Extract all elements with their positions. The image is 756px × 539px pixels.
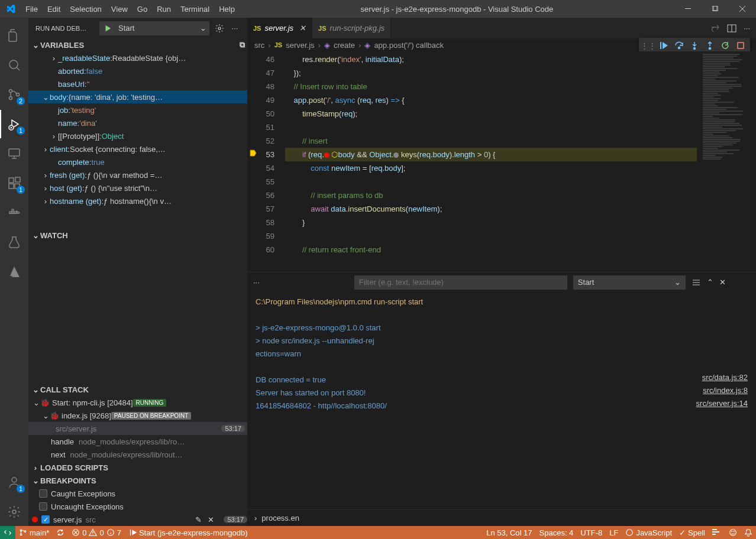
step-over-icon[interactable] [672, 38, 686, 53]
task-select[interactable]: Start ⌄ [573, 275, 686, 290]
encoding-status[interactable]: UTF-8 [577, 526, 606, 539]
debug-status[interactable]: Start (js-e2e-express-mongodb) [125, 526, 251, 539]
menu-view[interactable]: View [106, 0, 133, 18]
clear-icon[interactable] [692, 278, 701, 287]
scm-icon[interactable]: 2 [0, 80, 28, 109]
cursor-position[interactable]: Ln 53, Col 17 [483, 526, 535, 539]
settings-gear-icon[interactable] [0, 498, 28, 526]
remote-explorer-icon[interactable] [0, 139, 28, 168]
accounts-icon[interactable]: 1 [0, 468, 28, 496]
start-debug-icon[interactable] [99, 21, 116, 35]
bell-icon[interactable] [741, 526, 756, 539]
variable-row[interactable]: ›_readableState: ReadableState {obj… [28, 51, 247, 64]
menu-file[interactable]: File [21, 0, 43, 18]
minimap[interactable] [697, 51, 756, 272]
variable-row[interactable]: ›fresh (get): ƒ (){\n var method =… [28, 168, 247, 181]
spell-check-status[interactable]: ✓Spell [676, 526, 709, 539]
feedback-icon[interactable] [725, 526, 741, 539]
launch-config-select[interactable]: Start ⌄ [99, 21, 209, 35]
bc-symbol[interactable]: create [334, 41, 355, 50]
drag-handle-icon[interactable]: ⋮⋮ [641, 38, 655, 53]
menu-edit[interactable]: Edit [43, 0, 65, 18]
source-link[interactable]: src/server.js:14 [696, 397, 748, 410]
menu-go[interactable]: Go [133, 0, 152, 18]
callstack-row[interactable]: src/server.js53:17 [28, 422, 247, 435]
callstack-row[interactable]: nextnode_modules/express/lib/rout… [28, 448, 247, 461]
restart-icon[interactable] [718, 38, 732, 53]
close-icon[interactable]: ✕ [208, 515, 214, 524]
edit-icon[interactable]: ✎ [195, 515, 202, 524]
variable-row[interactable]: ›hostname (get): ƒ hostname(){\n v… [28, 194, 247, 207]
language-status[interactable]: JavaScript [622, 526, 676, 539]
watch-section-header[interactable]: ⌄ WATCH [28, 229, 247, 242]
checkbox-icon[interactable]: ✓ [41, 515, 50, 524]
filter-input[interactable] [354, 275, 567, 290]
variable-row[interactable]: ›host (get): ƒ () {\n"use strict"\n… [28, 181, 247, 194]
bc-file[interactable]: server.js [286, 41, 314, 50]
code-editor[interactable]: 464748495051525354555657585960 res.rende… [247, 51, 756, 272]
split-editor-icon[interactable] [727, 24, 736, 33]
debug-output[interactable]: C:\Program Files\nodejs\npm.cmd run-scri… [256, 296, 696, 506]
source-link[interactable]: src/data.js:82 [696, 371, 748, 384]
more-icon[interactable]: ··· [744, 24, 750, 33]
extensions-icon[interactable]: 1 [0, 169, 28, 197]
menu-terminal[interactable]: Terminal [176, 0, 214, 18]
variable-row[interactable]: complete: true [28, 155, 247, 168]
source-link[interactable]: src/index.js:8 [696, 384, 748, 397]
breakpoints-section-header[interactable]: ⌄ BREAKPOINTS [28, 474, 247, 487]
chevron-down-icon[interactable]: ⌄ [196, 24, 209, 33]
callstack-row[interactable]: handlenode_modules/express/lib/ro… [28, 435, 247, 448]
menu-selection[interactable]: Selection [65, 0, 106, 18]
tab-run-script[interactable]: JS run-script-pkg.js [312, 18, 391, 38]
callstack-row[interactable]: ⌄🐞index.js [9268]PAUSED ON BREAKPOINT [28, 409, 247, 422]
variable-row[interactable]: ›client: Socket {connecting: false,… [28, 142, 247, 155]
bc-folder[interactable]: src [254, 41, 264, 50]
close-button[interactable] [729, 0, 756, 18]
bp-caught-exceptions[interactable]: Caught Exceptions [28, 487, 247, 500]
eol-status[interactable]: LF [606, 526, 622, 539]
close-icon[interactable]: ✕ [719, 278, 726, 287]
variables-section-header[interactable]: ⌄ VARIABLES ⧉ [28, 38, 247, 51]
step-into-icon[interactable] [687, 38, 702, 53]
stop-icon[interactable] [734, 38, 748, 53]
collapse-icon[interactable]: ⧉ [240, 40, 245, 50]
variable-row[interactable]: job: 'testing' [28, 103, 247, 116]
chevron-up-icon[interactable]: ⌃ [707, 278, 713, 287]
menu-run[interactable]: Run [152, 0, 176, 18]
variable-row[interactable]: aborted: false [28, 64, 247, 77]
bp-file-row[interactable]: ✓ server.js src ✎ ✕ 53:17 [28, 513, 247, 526]
sync-button[interactable] [53, 526, 68, 539]
compare-icon[interactable] [710, 24, 720, 33]
azure-icon[interactable] [0, 258, 28, 286]
more-icon[interactable]: ··· [230, 24, 240, 33]
code-content[interactable]: res.render('index', initialData); }); //… [285, 51, 697, 272]
line-gutter[interactable]: 464748495051525354555657585960 [247, 51, 285, 272]
callstack-row[interactable]: ⌄🐞Start: npm-cli.js [20484]RUNNING [28, 396, 247, 409]
debug-icon[interactable]: 1 [0, 110, 28, 138]
search-icon[interactable] [0, 51, 28, 79]
bp-uncaught-exceptions[interactable]: Uncaught Exceptions [28, 500, 247, 513]
loaded-scripts-header[interactable]: › LOADED SCRIPTS [28, 461, 247, 474]
continue-icon[interactable] [657, 38, 671, 53]
checkbox-icon[interactable] [39, 489, 47, 498]
callstack-section-header[interactable]: ⌄ CALL STACK [28, 383, 247, 396]
minimize-button[interactable] [674, 0, 702, 18]
git-branch[interactable]: main* [15, 526, 53, 539]
problems-indicator[interactable]: 0 0 7 [68, 526, 125, 539]
debug-repl-input[interactable]: › process.en [247, 509, 756, 526]
variable-row[interactable]: ›[[Prototype]]: Object [28, 129, 247, 142]
gear-icon[interactable] [214, 24, 225, 33]
maximize-button[interactable] [702, 0, 729, 18]
prettier-status[interactable] [709, 526, 725, 539]
close-icon[interactable]: ✕ [299, 24, 306, 33]
variable-row[interactable]: name: 'dina' [28, 116, 247, 129]
bc-symbol[interactable]: app.post('/') callback [374, 41, 444, 50]
variable-row[interactable]: ⌄body: {name: 'dina', job: 'testing… [28, 90, 247, 103]
checkbox-icon[interactable] [39, 502, 47, 511]
more-icon[interactable]: ··· [253, 278, 260, 287]
tab-server-js[interactable]: JS server.js ✕ [247, 18, 312, 38]
menu-help[interactable]: Help [214, 0, 240, 18]
step-out-icon[interactable] [703, 38, 717, 53]
testing-icon[interactable] [0, 228, 28, 256]
indent-status[interactable]: Spaces: 4 [536, 526, 577, 539]
